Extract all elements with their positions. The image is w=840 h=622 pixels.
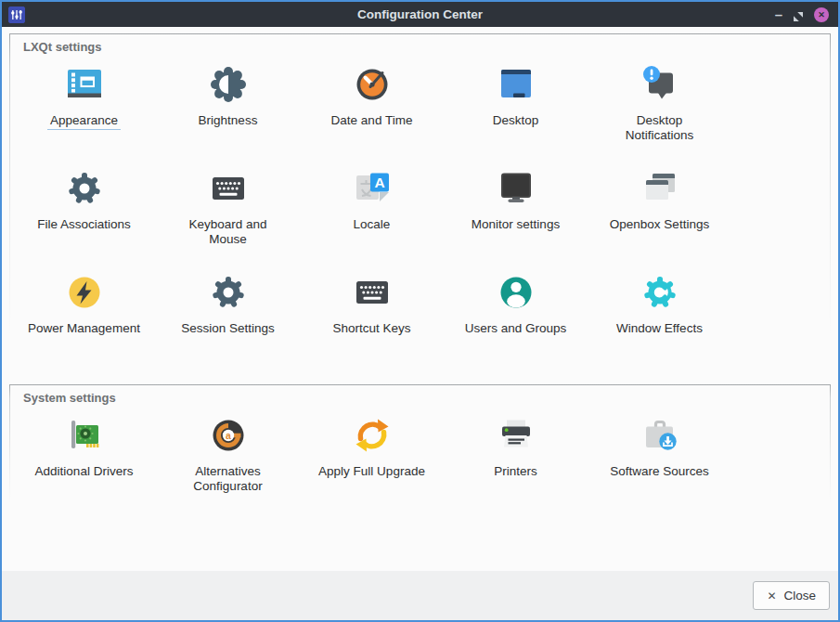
app-item-users[interactable]: Users and Groups <box>444 267 588 371</box>
app-item-monitor[interactable]: Monitor settings <box>444 163 588 267</box>
settings-content: LXQt settings AppearanceBrightness Date … <box>2 27 838 571</box>
fileassoc-icon <box>62 166 107 211</box>
app-item-label: Window Effects <box>614 321 705 337</box>
titlebar: Configuration Center – ✕ <box>2 2 838 27</box>
windowfx-icon <box>638 270 682 315</box>
session-icon <box>206 270 251 315</box>
app-item-software[interactable]: Software Sources <box>588 410 731 514</box>
app-item-label: Shortcut Keys <box>330 321 413 337</box>
app-item-label: Locale <box>351 217 394 233</box>
svg-text:A: A <box>374 175 384 190</box>
app-item-windowfx[interactable]: Window Effects <box>588 267 731 371</box>
app-grid: AppearanceBrightness Date and TimeDeskto… <box>12 59 822 371</box>
app-item-datetime[interactable]: Date and Time <box>300 59 444 163</box>
app-item-alternatives[interactable]: aAlternatives Configurator <box>156 410 300 514</box>
app-item-label: Desktop Notifications <box>623 113 697 144</box>
openbox-icon <box>638 166 682 211</box>
app-item-fileassoc[interactable]: File Associations <box>12 163 156 267</box>
app-item-upgrade[interactable]: Apply Full Upgrade <box>300 410 444 514</box>
app-item-label: Power Management <box>25 321 143 337</box>
alternatives-icon: a <box>206 413 251 458</box>
app-item-session[interactable]: Session Settings <box>156 267 300 371</box>
app-item-desktop[interactable]: Desktop <box>444 59 588 163</box>
app-item-drivers[interactable]: Additional Drivers <box>12 410 156 514</box>
power-icon <box>62 270 107 315</box>
app-item-label: Appearance <box>47 113 121 130</box>
app-item-label: Additional Drivers <box>32 464 136 480</box>
app-item-label: Keyboard and Mouse <box>186 217 269 248</box>
app-item-label: Printers <box>491 464 540 480</box>
shortcuts-icon <box>350 270 394 315</box>
printers-icon <box>494 413 538 458</box>
app-item-label: Session Settings <box>178 321 278 337</box>
upgrade-icon <box>350 413 394 458</box>
group-label: LXQt settings <box>23 40 822 54</box>
app-item-notifications[interactable]: Desktop Notifications <box>588 59 731 163</box>
settings-group-lxqt: LXQt settings AppearanceBrightness Date … <box>9 33 831 376</box>
monitor-icon <box>494 166 538 211</box>
users-icon <box>494 270 538 315</box>
locale-icon: A <box>350 166 394 211</box>
app-item-label: Date and Time <box>329 113 416 129</box>
app-item-label: Monitor settings <box>469 217 562 233</box>
minimize-button[interactable]: – <box>775 10 782 19</box>
restore-button[interactable] <box>793 9 804 20</box>
app-item-label: Brightness <box>196 113 261 129</box>
appearance-icon <box>62 62 107 107</box>
app-item-power[interactable]: Power Management <box>12 267 156 371</box>
datetime-icon <box>350 62 394 107</box>
window-title: Configuration Center <box>2 7 838 21</box>
svg-text:a: a <box>226 430 231 441</box>
notifications-icon <box>638 62 682 107</box>
app-item-label: Alternatives Configurator <box>190 464 265 495</box>
app-item-label: Software Sources <box>607 464 712 480</box>
app-item-label: Desktop <box>490 113 542 129</box>
drivers-icon <box>62 413 107 458</box>
configuration-center-window: Configuration Center – ✕ LXQt settings A… <box>0 0 840 622</box>
software-icon <box>638 413 682 458</box>
app-item-label: Openbox Settings <box>607 217 712 233</box>
close-button[interactable]: ✕ Close <box>753 581 830 610</box>
app-item-openbox[interactable]: Openbox Settings <box>588 163 731 267</box>
app-item-brightness[interactable]: Brightness <box>156 59 300 163</box>
app-item-locale[interactable]: ALocale <box>300 163 444 267</box>
desktop-icon <box>494 62 538 107</box>
settings-group-system: System settings Additional Drivers aAlte… <box>9 384 831 519</box>
brightness-icon <box>206 62 251 107</box>
app-item-shortcuts[interactable]: Shortcut Keys <box>300 267 444 371</box>
footer: ✕ Close <box>2 571 838 620</box>
group-label: System settings <box>23 391 822 405</box>
close-icon: ✕ <box>767 590 776 603</box>
app-item-label: File Associations <box>34 217 134 233</box>
keyboard-icon <box>206 166 251 211</box>
app-icon <box>8 6 25 23</box>
close-label: Close <box>783 589 816 603</box>
app-grid: Additional Drivers aAlternatives Configu… <box>12 410 822 514</box>
app-item-printers[interactable]: Printers <box>444 410 588 514</box>
app-item-label: Users and Groups <box>462 321 570 337</box>
app-item-appearance[interactable]: Appearance <box>12 59 156 163</box>
app-item-keyboard[interactable]: Keyboard and Mouse <box>156 163 300 267</box>
app-item-label: Apply Full Upgrade <box>316 464 428 480</box>
close-window-button[interactable]: ✕ <box>814 7 829 22</box>
